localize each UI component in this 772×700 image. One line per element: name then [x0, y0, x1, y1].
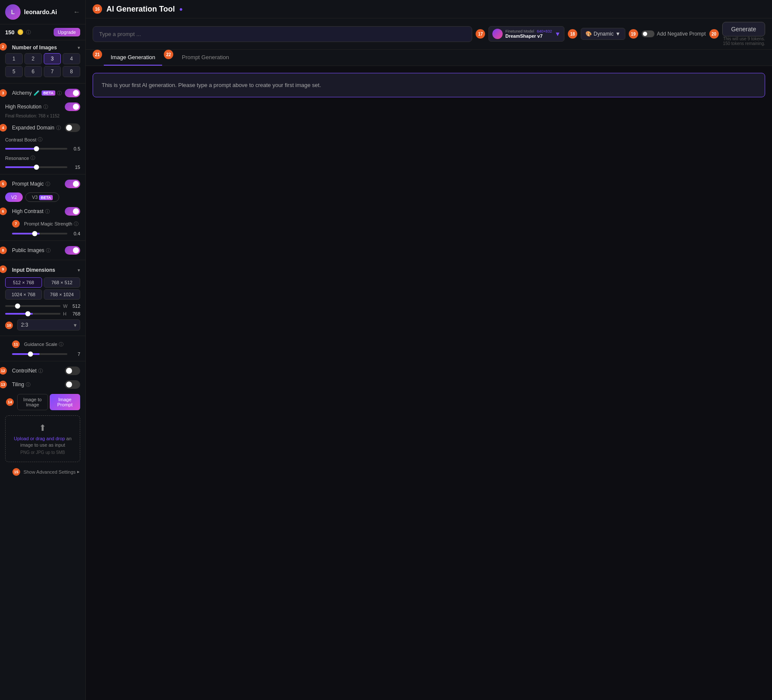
generate-wrapper: Generate This will use 9 tokens. 150 tok… [722, 22, 765, 46]
badge-11: 11 [12, 340, 20, 348]
contrast-boost-slider[interactable] [5, 148, 67, 150]
resonance-slider-row: 15 [0, 163, 85, 171]
controlnet-toggle[interactable] [65, 367, 80, 375]
tiling-toggle[interactable] [65, 380, 80, 389]
guidance-info-icon[interactable]: ⓘ [59, 341, 63, 348]
expanded-domain-toggle[interactable] [65, 123, 80, 132]
num-btn-6[interactable]: 6 [24, 66, 42, 77]
upload-link[interactable]: Upload or drag and drop [14, 436, 65, 441]
image-mode-tabs: Image to Image Image Prompt [12, 391, 85, 413]
pms-info-icon[interactable]: ⓘ [74, 221, 78, 227]
model-info: Finetuned Model 640×832 DreamShaper v7 [505, 29, 552, 39]
number-of-images-header[interactable]: 2 Number of Images ▾ [7, 40, 85, 53]
badge-7: 7 [12, 220, 20, 228]
num-btn-4[interactable]: 4 [63, 53, 80, 64]
negative-prompt-toggle-area: Add Negative Prompt [642, 30, 706, 37]
tiling-row: 13 Tiling ⓘ [7, 378, 85, 391]
prompt-input[interactable] [93, 26, 472, 42]
dim-768x1024[interactable]: 768 × 1024 [44, 289, 81, 300]
style-selector[interactable]: 🎨 Dynamic ▼ [581, 28, 625, 40]
dimension-presets: 512 × 768 768 × 512 1024 × 768 768 × 102… [0, 276, 85, 302]
section-controlnet: 12 ControlNet ⓘ [0, 364, 85, 378]
show-advanced-settings[interactable]: 15 Show Advanced Settings ▸ [7, 465, 85, 479]
pms-slider[interactable] [12, 233, 67, 234]
sidebar: L leonardo.Ai ← 150 🪙 ⓘ Upgrade 2 Number… [0, 0, 86, 700]
logo-area: L leonardo.Ai [5, 4, 57, 20]
high-contrast-toggle[interactable] [65, 207, 80, 216]
controlnet-label: ControlNet ⓘ [12, 368, 43, 374]
upload-sub-text: PNG or JPG up to 5MB [12, 450, 73, 455]
height-slider[interactable] [5, 313, 60, 315]
high-resolution-label: High Resolution ⓘ [5, 104, 48, 110]
number-grid: 1 2 3 4 5 6 7 8 [0, 53, 85, 81]
model-selector[interactable]: Finetuned Model 640×832 DreamShaper v7 ▼ [489, 26, 564, 42]
guidance-slider[interactable] [12, 353, 67, 355]
dim-768x512[interactable]: 768 × 512 [44, 277, 81, 288]
version-v3-button[interactable]: V3 BETA [25, 192, 59, 202]
contrast-boost-info-icon[interactable]: ⓘ [38, 136, 42, 143]
high-res-info-icon[interactable]: ⓘ [43, 104, 48, 110]
dim-512x768[interactable]: 512 × 768 [5, 277, 42, 288]
contrast-boost-row: Contrast Boost ⓘ [0, 135, 85, 144]
neg-prompt-toggle[interactable] [642, 30, 654, 37]
num-btn-7[interactable]: 7 [44, 66, 61, 77]
info-icon[interactable]: ⓘ [26, 29, 31, 36]
pms-slider-row: 0.4 [7, 229, 85, 238]
prompt-magic-info-icon[interactable]: ⓘ [45, 181, 50, 187]
alchemy-toggle[interactable] [65, 89, 80, 97]
badge-22: 22 [164, 50, 173, 59]
tiling-info-icon[interactable]: ⓘ [26, 382, 30, 388]
num-btn-2[interactable]: 2 [24, 53, 42, 64]
image-prompt-tab[interactable]: Image Prompt [50, 394, 81, 410]
upload-area[interactable]: ⬆ Upload or drag and drop an image to us… [5, 415, 80, 462]
image-generation-tab[interactable]: Image Generation [104, 50, 162, 66]
num-btn-1[interactable]: 1 [5, 53, 23, 64]
section-prompt-magic: 5 Prompt Magic ⓘ [0, 177, 85, 191]
public-images-toggle[interactable] [65, 246, 80, 255]
style-icon: 🎨 [585, 31, 592, 37]
high-resolution-toggle[interactable] [65, 102, 80, 111]
badge-8: 8 [0, 246, 7, 254]
width-slider[interactable] [5, 305, 60, 307]
num-btn-8[interactable]: 8 [63, 66, 80, 77]
high-resolution-row: High Resolution ⓘ [0, 100, 85, 114]
badge-14: 14 [6, 398, 14, 406]
expanded-domain-label: Expanded Domain ⓘ [12, 125, 61, 131]
upgrade-button[interactable]: Upgrade [54, 28, 80, 36]
input-dimensions-header[interactable]: 9 Input Dimensions ▾ [7, 263, 85, 276]
style-label: Dynamic [594, 31, 614, 37]
prompt-generation-tab[interactable]: Prompt Generation [175, 50, 236, 66]
resonance-info-icon[interactable]: ⓘ [30, 155, 35, 161]
token-use-info: This will use 9 tokens. [723, 36, 765, 41]
alchemy-row: 3 Alchemy 🧪 BETA ⓘ [7, 86, 85, 100]
resonance-slider[interactable] [5, 166, 67, 168]
help-icon[interactable]: ● [179, 6, 183, 12]
alchemy-badge: BETA [42, 90, 55, 96]
token-bar: 150 🪙 ⓘ Upgrade [0, 24, 85, 40]
badge-5: 5 [0, 180, 7, 188]
dim-1024x768[interactable]: 1024 × 768 [5, 289, 42, 300]
controlnet-info-icon[interactable]: ⓘ [38, 368, 43, 374]
input-dimensions-label: Input Dimensions [12, 267, 55, 273]
guidance-scale-label: Guidance Scale ⓘ [24, 341, 63, 348]
guidance-slider-row: 7 [7, 350, 85, 358]
generate-button[interactable]: Generate [722, 22, 765, 36]
section-public-images: 8 Public Images ⓘ [0, 243, 85, 257]
public-images-info-icon[interactable]: ⓘ [46, 247, 51, 254]
alchemy-info-icon[interactable]: ⓘ [57, 90, 62, 96]
expanded-domain-info-icon[interactable]: ⓘ [56, 125, 61, 131]
resonance-label-row: Resonance ⓘ [0, 153, 85, 163]
aspect-ratio-select[interactable]: 1:1 2:3 3:2 16:9 9:16 [17, 319, 80, 330]
num-btn-5[interactable]: 5 [5, 66, 23, 77]
section-expanded-domain: 4 Expanded Domain ⓘ [0, 121, 85, 135]
controlnet-row: 12 ControlNet ⓘ [7, 364, 85, 378]
show-advanced-label: Show Advanced Settings [24, 469, 76, 475]
prompt-bar: 17 Finetuned Model 640×832 DreamShaper v… [86, 18, 772, 50]
high-contrast-info-icon[interactable]: ⓘ [45, 208, 50, 215]
num-btn-3[interactable]: 3 [44, 53, 61, 64]
prompt-magic-toggle[interactable] [65, 180, 80, 188]
version-v2-button[interactable]: V2 [5, 192, 23, 202]
image-to-image-tab[interactable]: Image to Image [17, 394, 48, 410]
collapse-button[interactable]: ← [73, 8, 80, 16]
badge-4: 4 [0, 124, 7, 132]
